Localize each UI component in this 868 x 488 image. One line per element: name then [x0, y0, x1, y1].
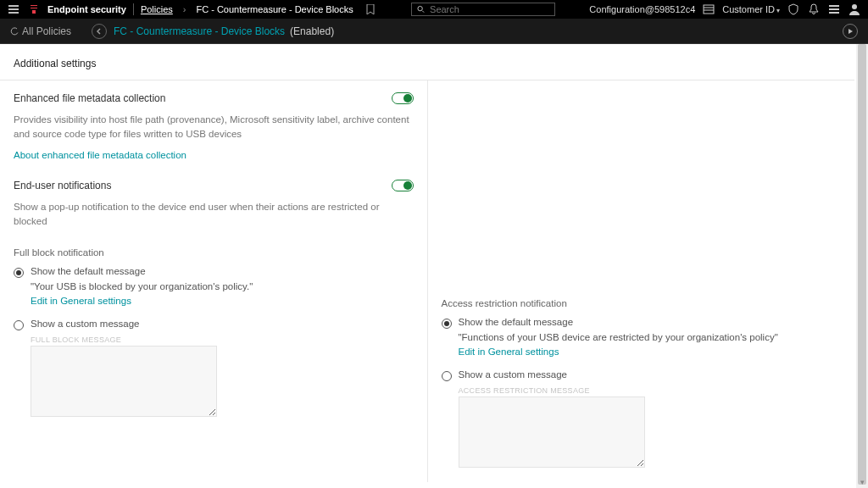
metadata-about-link[interactable]: About enhanced file metadata collection	[14, 150, 186, 160]
global-search[interactable]	[411, 3, 555, 16]
full-block-default-radio[interactable]	[14, 268, 24, 278]
access-restrict-default-label: Show the default message	[459, 317, 574, 327]
hamburger-menu-icon[interactable]	[7, 3, 20, 16]
scrollbar-thumb[interactable]	[858, 44, 866, 485]
access-restrict-heading: Access restriction notification	[442, 298, 842, 308]
badge-icon[interactable]	[787, 3, 800, 16]
full-block-custom-radio[interactable]	[14, 320, 24, 330]
svg-point-0	[418, 6, 422, 10]
full-block-heading: Full block notification	[14, 247, 414, 258]
full-block-default-msg: "Your USB is blocked by your organizatio…	[31, 281, 414, 291]
breadcrumb-policies[interactable]: Policies	[141, 4, 173, 14]
configuration-label[interactable]: Configuration@598512c4	[589, 4, 695, 14]
full-block-custom-label: Show a custom message	[31, 319, 139, 329]
notifications-toggle-label: End-user notifications	[14, 180, 111, 191]
run-policy-button[interactable]	[843, 24, 858, 39]
notifications-toggle[interactable]	[392, 180, 414, 191]
breadcrumb-current: FC - Countermeasure - Device Blocks	[196, 4, 353, 14]
breadcrumb-separator: ›	[183, 4, 186, 14]
app-name: Endpoint security	[47, 4, 126, 14]
notifications-desc: Show a pop-up notification to the device…	[14, 200, 412, 230]
metadata-desc: Provides visibility into host file path …	[14, 113, 412, 142]
access-restrict-default-radio[interactable]	[442, 319, 452, 329]
app-logo-icon	[27, 3, 41, 16]
global-topbar: Endpoint security Policies › FC - Counte…	[0, 0, 868, 19]
access-restrict-field-label: ACCESS RESTRICTION MESSAGE	[459, 386, 842, 395]
access-restrict-custom-label: Show a custom message	[459, 369, 567, 380]
configuration-icon[interactable]	[702, 3, 715, 16]
full-block-default-label: Show the default message	[31, 266, 146, 276]
search-icon	[417, 5, 425, 14]
refresh-icon	[10, 27, 19, 36]
full-block-message-textarea[interactable]	[31, 346, 217, 417]
access-restrict-custom-radio[interactable]	[442, 371, 452, 381]
access-restrict-default-msg: "Functions of your USB device are restri…	[459, 332, 842, 342]
bookmark-icon[interactable]	[364, 3, 377, 16]
scrollbar-down-icon[interactable]: ▾	[856, 476, 868, 488]
customer-id-dropdown[interactable]: Customer ID▾	[722, 4, 780, 14]
full-block-edit-link[interactable]: Edit in General settings	[31, 296, 131, 306]
vertical-scrollbar[interactable]: ▾	[856, 44, 868, 488]
back-all-policies[interactable]: All Policies	[10, 25, 71, 37]
policy-subheader: All Policies FC - Countermeasure - Devic…	[0, 19, 868, 44]
policy-state: (Enabled)	[290, 25, 334, 37]
global-search-input[interactable]	[430, 4, 549, 14]
policy-name[interactable]: FC - Countermeasure - Device Blocks	[114, 25, 285, 37]
svg-point-2	[852, 4, 857, 9]
nav-back-circle[interactable]	[92, 24, 107, 39]
metadata-toggle-label: Enhanced file metadata collection	[14, 92, 165, 104]
settings-content: Additional settings Enhanced file metada…	[0, 44, 868, 488]
menu-bars-icon[interactable]	[827, 3, 841, 16]
user-icon[interactable]	[848, 3, 861, 16]
access-restrict-edit-link[interactable]: Edit in General settings	[459, 347, 559, 357]
additional-settings-title: Additional settings	[14, 58, 841, 69]
full-block-field-label: FULL BLOCK MESSAGE	[31, 336, 414, 344]
metadata-toggle[interactable]	[392, 92, 414, 104]
bell-icon[interactable]	[807, 3, 821, 16]
access-restrict-message-textarea[interactable]	[459, 396, 645, 468]
svg-rect-1	[704, 5, 714, 14]
